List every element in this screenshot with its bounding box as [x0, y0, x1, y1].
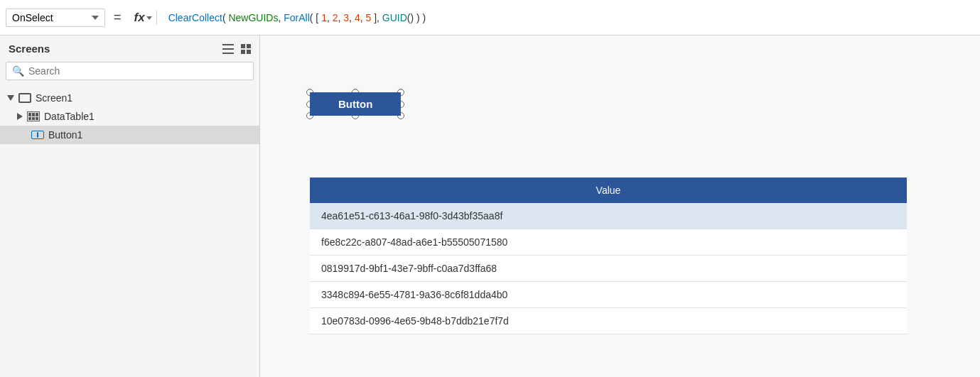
- table-cell-value: 10e0783d-0996-4e65-9b48-b7ddb21e7f7d: [310, 308, 907, 334]
- canvas-button-container: Button: [310, 92, 401, 116]
- table-row[interactable]: 3348c894-6e55-4781-9a36-8c6f81dda4b0: [310, 282, 907, 308]
- tree-item-label: Button1: [48, 129, 82, 141]
- sidebar-header-icons: [222, 43, 251, 55]
- column-header-value: Value: [310, 177, 907, 203]
- chevron-down-icon: [92, 16, 99, 20]
- fx-button[interactable]: fx: [130, 11, 157, 25]
- expand-icon: [17, 113, 23, 120]
- property-dropdown-label: OnSelect: [12, 12, 87, 23]
- table-row[interactable]: 10e0783d-0996-4e65-9b48-b7ddb21e7f7d: [310, 308, 907, 334]
- formula-text[interactable]: ClearCollect( NewGUIDs, ForAll( [ 1, 2, …: [163, 12, 974, 23]
- sidebar-item-button1[interactable]: Button1: [0, 126, 259, 144]
- table-body: 4ea61e51-c613-46a1-98f0-3d43bf35aa8ff6e8…: [310, 203, 907, 334]
- table-cell-value: 4ea61e51-c613-46a1-98f0-3d43bf35aa8f: [310, 203, 907, 229]
- fx-icon: fx: [134, 11, 145, 25]
- selected-button-wrapper[interactable]: Button: [310, 92, 401, 116]
- screen-icon: [18, 93, 31, 103]
- fx-chevron-icon: [146, 16, 152, 20]
- equals-sign: =: [111, 10, 124, 25]
- search-icon: 🔍: [12, 65, 24, 77]
- tree-item-label: Screen1: [36, 92, 72, 104]
- sidebar-item-datatable1[interactable]: DataTable1: [0, 107, 259, 126]
- sidebar-header: Screens: [0, 35, 259, 62]
- data-table: Value 4ea61e51-c613-46a1-98f0-3d43bf35aa…: [310, 177, 907, 334]
- formula-bar: OnSelect = fx ClearCollect( NewGUIDs, Fo…: [0, 0, 980, 35]
- table-header: Value: [310, 177, 907, 203]
- table-cell-value: 0819917d-9bf1-43e7-9bff-c0aa7d3ffa68: [310, 256, 907, 282]
- property-dropdown[interactable]: OnSelect: [6, 9, 105, 27]
- tree-view: Screen1 DataTable1 Button1: [0, 86, 259, 377]
- sidebar: Screens 🔍: [0, 35, 260, 377]
- table-cell-value: 3348c894-6e55-4781-9a36-8c6f81dda4b0: [310, 282, 907, 308]
- table-row[interactable]: 0819917d-9bf1-43e7-9bff-c0aa7d3ffa68: [310, 256, 907, 282]
- canvas-area[interactable]: Button Value 4ea61e51-c613-46a1-98f0-3d4…: [260, 35, 980, 377]
- button-tree-icon: [31, 131, 44, 139]
- tree-item-label: DataTable1: [44, 111, 95, 122]
- list-view-icon[interactable]: [222, 43, 234, 55]
- datatable-icon: [27, 111, 40, 121]
- main-layout: Screens 🔍: [0, 35, 980, 377]
- grid-view-icon[interactable]: [241, 44, 251, 54]
- data-table-container: Value 4ea61e51-c613-46a1-98f0-3d43bf35aa…: [310, 177, 907, 334]
- canvas-button[interactable]: Button: [310, 92, 401, 116]
- table-cell-value: f6e8c22c-a807-48ad-a6e1-b55505071580: [310, 229, 907, 256]
- search-input[interactable]: [28, 65, 247, 77]
- table-row[interactable]: f6e8c22c-a807-48ad-a6e1-b55505071580: [310, 229, 907, 256]
- table-row[interactable]: 4ea61e51-c613-46a1-98f0-3d43bf35aa8f: [310, 203, 907, 229]
- expand-icon: [7, 95, 14, 101]
- sidebar-title: Screens: [9, 43, 50, 55]
- search-bar[interactable]: 🔍: [6, 62, 254, 80]
- sidebar-item-screen1[interactable]: Screen1: [0, 89, 259, 107]
